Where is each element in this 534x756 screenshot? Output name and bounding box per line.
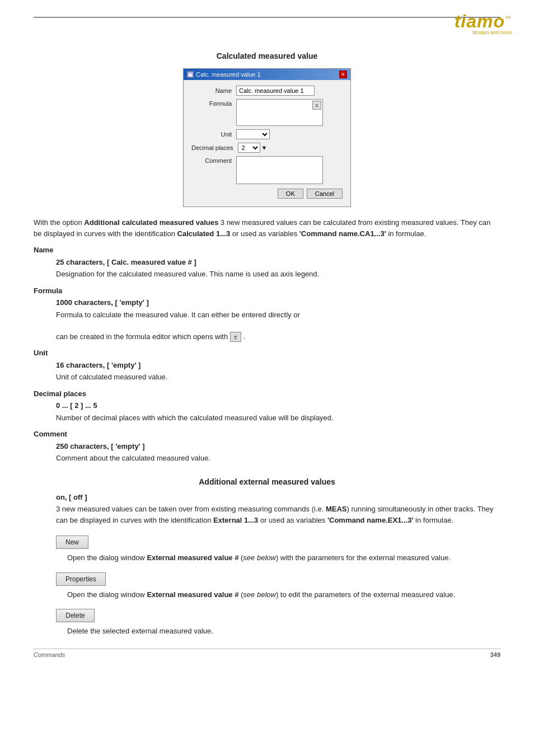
field-formula-term: Formula: [34, 285, 500, 297]
section1-intro-rest3: in formulae.: [386, 229, 427, 238]
field-decimal-term: Decimal places: [34, 388, 500, 400]
field-comment-desc: Comment about the calculated measured va…: [56, 454, 210, 462]
footer-left: Commands: [34, 651, 65, 658]
dialog-title-text: Calc. measured value 1: [196, 71, 261, 78]
dialog-unit-label: Unit: [191, 131, 236, 138]
section1-intro-text: With the option: [34, 218, 84, 227]
dialog-ok-button[interactable]: OK: [278, 189, 303, 199]
field-comment-range: 250 characters, [ 'empty' ]: [56, 441, 500, 452]
section2-intro-text: 3 new measured values can be taken over …: [56, 505, 326, 513]
field-decimal-desc: Number of decimal places with which the …: [56, 414, 334, 422]
field-unit-term: Unit: [34, 348, 500, 359]
section1-intro-para: With the option Additional calculated me…: [34, 217, 500, 239]
properties-desc-bold: External measured value #: [147, 590, 238, 599]
field-formula-body: 1000 characters, [ 'empty' ] Formula to …: [56, 297, 500, 342]
dialog-decimal-label: Decimal places: [191, 144, 238, 151]
dialog-container: ▣ Calc. measured value 1 ✕ Name Formula …: [34, 68, 500, 207]
section2-meas-bold: MEAS: [326, 505, 347, 513]
logo-area: tiamo™ titration and more: [455, 11, 512, 35]
dialog-body: Name Formula ± Unit: [184, 80, 350, 206]
dialog-window: ▣ Calc. measured value 1 ✕ Name Formula …: [183, 68, 351, 207]
field-formula-desc3: .: [243, 332, 245, 341]
new-desc3: ) with the parameters for the external m…: [276, 553, 451, 562]
properties-button[interactable]: Properties: [56, 572, 106, 586]
section2-title: Additional external measured values: [34, 477, 500, 486]
footer: Commands 349: [34, 649, 500, 658]
dialog-comment-row: Comment: [191, 156, 343, 184]
new-desc1: Open the dialog window: [67, 553, 147, 562]
field-formula-desc1: Formula to calculate the measured value.…: [56, 311, 300, 319]
field-comment-body: 250 characters, [ 'empty' ] Comment abou…: [56, 441, 500, 464]
section1-title: Calculated measured value: [34, 51, 500, 60]
section1-intro-rest2: or used as variables: [230, 229, 299, 238]
dialog-unit-row: Unit: [191, 129, 343, 139]
new-button-desc: Open the dialog window External measured…: [67, 552, 500, 564]
dialog-titlebar: ▣ Calc. measured value 1 ✕: [184, 69, 350, 80]
section1-calc-bold: Calculated 1...3: [177, 229, 231, 238]
field-name-range: 25 characters, [ Calc. measured value # …: [56, 257, 500, 268]
dialog-window-icon: ▣: [187, 71, 194, 78]
dialog-name-label: Name: [191, 87, 236, 94]
dialog-formula-label: Formula: [191, 99, 236, 107]
dialog-name-input[interactable]: [236, 86, 315, 96]
dialog-titlebar-left: ▣ Calc. measured value 1: [187, 71, 261, 78]
top-border: [34, 17, 500, 18]
section1-content: With the option Additional calculated me…: [34, 217, 500, 464]
new-desc-bold: External measured value #: [147, 553, 238, 562]
formula-editor-button[interactable]: ±: [312, 101, 321, 110]
section2-var-bold: 'Command name.EX1...3': [327, 516, 414, 524]
field-name-body: 25 characters, [ Calc. measured value # …: [56, 257, 500, 280]
properties-desc3: ) to edit the parameters of the external…: [276, 590, 455, 599]
logo-tm: ™: [505, 15, 512, 22]
section1-var-bold: 'Command name.CA1...3': [299, 229, 386, 238]
logo-text: tiamo™: [455, 11, 512, 31]
section2-intro-bold: on, [ off ]: [56, 492, 500, 503]
properties-desc-italic: see below: [243, 590, 276, 599]
dialog-comment-label: Comment: [191, 156, 236, 164]
dialog-unit-select[interactable]: [236, 129, 270, 139]
field-name-desc: Designation for the calculated measured …: [56, 270, 319, 278]
field-unit-range: 16 characters, [ 'empty' ]: [56, 360, 500, 371]
new-desc-italic: see below: [243, 553, 276, 562]
properties-button-desc: Open the dialog window External measured…: [67, 589, 500, 600]
field-decimal-range: 0 ... [ 2 ] ... 5: [56, 400, 500, 411]
section1-intro-bold: Additional calculated measured values: [84, 218, 218, 227]
field-unit-body: 16 characters, [ 'empty' ] Unit of calcu…: [56, 360, 500, 383]
section2-content: on, [ off ] 3 new measured values can be…: [34, 492, 500, 637]
logo-name: tiamo: [455, 11, 505, 31]
field-formula-desc2: can be created in the formula editor whi…: [56, 332, 228, 341]
field-name-term: Name: [34, 245, 500, 256]
field-formula-range: 1000 characters, [ 'empty' ]: [56, 297, 500, 308]
delete-desc: Delete the selected external measured va…: [67, 627, 213, 635]
section2-intro4: in formulae.: [413, 516, 453, 524]
dialog-decimal-select[interactable]: 2: [238, 143, 260, 153]
footer-right: 349: [490, 651, 500, 658]
dialog-buttons: OK Cancel: [191, 189, 343, 201]
dialog-decimal-arrow: ▼: [261, 144, 268, 151]
dialog-formula-row: Formula ±: [191, 99, 343, 126]
section2-ext-bold: External 1...3: [213, 516, 258, 524]
field-unit-desc: Unit of calculated measured value.: [56, 373, 167, 381]
dialog-decimal-row: Decimal places 2 ▼: [191, 143, 343, 153]
delete-button[interactable]: Delete: [56, 609, 95, 622]
properties-desc1: Open the dialog window: [67, 590, 147, 599]
section2-intro-body: on, [ off ] 3 new measured values can be…: [56, 492, 500, 526]
dialog-formula-box: ±: [236, 99, 323, 126]
delete-button-desc: Delete the selected external measured va…: [67, 626, 500, 637]
field-decimal-body: 0 ... [ 2 ] ... 5 Number of decimal plac…: [56, 400, 500, 423]
dialog-close-button[interactable]: ✕: [339, 71, 347, 78]
formula-editor-icon-inline: ±: [230, 332, 241, 342]
dialog-name-row: Name: [191, 86, 343, 96]
dialog-cancel-button[interactable]: Cancel: [307, 189, 343, 199]
field-comment-term: Comment: [34, 429, 500, 440]
dialog-comment-box: [236, 156, 323, 184]
new-button[interactable]: New: [56, 536, 88, 549]
section2-intro3: or used as variables: [258, 516, 327, 524]
